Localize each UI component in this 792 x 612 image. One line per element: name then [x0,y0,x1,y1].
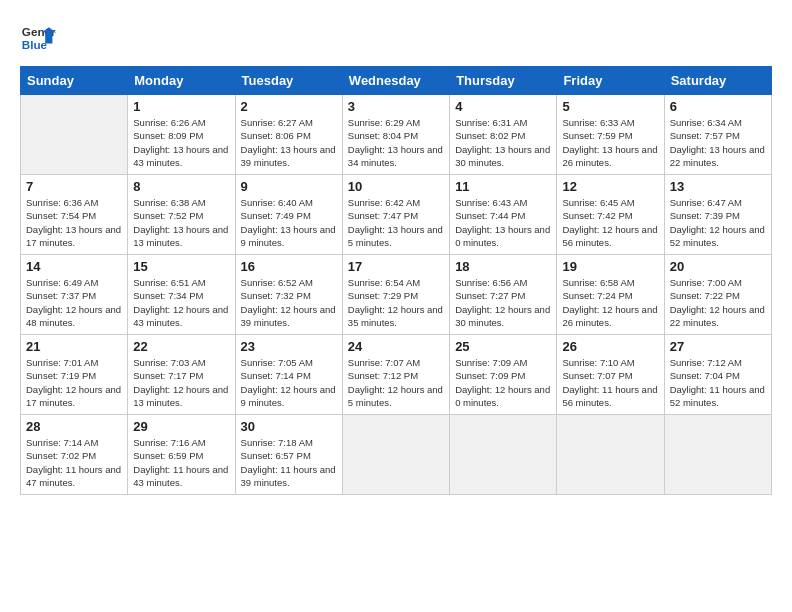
calendar-day: 2Sunrise: 6:27 AMSunset: 8:06 PMDaylight… [235,95,342,175]
day-number: 2 [241,99,337,114]
day-info: Sunrise: 7:05 AMSunset: 7:14 PMDaylight:… [241,356,337,409]
calendar-day: 4Sunrise: 6:31 AMSunset: 8:02 PMDaylight… [450,95,557,175]
day-info: Sunrise: 7:03 AMSunset: 7:17 PMDaylight:… [133,356,229,409]
calendar-day: 16Sunrise: 6:52 AMSunset: 7:32 PMDayligh… [235,255,342,335]
day-number: 1 [133,99,229,114]
day-info: Sunrise: 6:29 AMSunset: 8:04 PMDaylight:… [348,116,444,169]
day-number: 14 [26,259,122,274]
logo-icon: General Blue [20,20,56,56]
day-info: Sunrise: 6:56 AMSunset: 7:27 PMDaylight:… [455,276,551,329]
calendar-day: 15Sunrise: 6:51 AMSunset: 7:34 PMDayligh… [128,255,235,335]
calendar-day [557,415,664,495]
day-number: 7 [26,179,122,194]
day-number: 17 [348,259,444,274]
day-number: 21 [26,339,122,354]
calendar-day: 1Sunrise: 6:26 AMSunset: 8:09 PMDaylight… [128,95,235,175]
day-info: Sunrise: 6:52 AMSunset: 7:32 PMDaylight:… [241,276,337,329]
day-number: 27 [670,339,766,354]
day-info: Sunrise: 6:33 AMSunset: 7:59 PMDaylight:… [562,116,658,169]
weekday-header-thursday: Thursday [450,67,557,95]
day-number: 5 [562,99,658,114]
day-info: Sunrise: 6:58 AMSunset: 7:24 PMDaylight:… [562,276,658,329]
day-number: 20 [670,259,766,274]
day-number: 8 [133,179,229,194]
calendar-day: 25Sunrise: 7:09 AMSunset: 7:09 PMDayligh… [450,335,557,415]
day-number: 4 [455,99,551,114]
calendar-day [450,415,557,495]
weekday-header-sunday: Sunday [21,67,128,95]
calendar-day: 10Sunrise: 6:42 AMSunset: 7:47 PMDayligh… [342,175,449,255]
day-number: 6 [670,99,766,114]
day-number: 9 [241,179,337,194]
weekday-header-monday: Monday [128,67,235,95]
day-number: 24 [348,339,444,354]
calendar-day: 7Sunrise: 6:36 AMSunset: 7:54 PMDaylight… [21,175,128,255]
weekday-header-friday: Friday [557,67,664,95]
day-number: 19 [562,259,658,274]
day-number: 22 [133,339,229,354]
calendar-day: 24Sunrise: 7:07 AMSunset: 7:12 PMDayligh… [342,335,449,415]
weekday-header-wednesday: Wednesday [342,67,449,95]
calendar-day: 12Sunrise: 6:45 AMSunset: 7:42 PMDayligh… [557,175,664,255]
day-info: Sunrise: 7:14 AMSunset: 7:02 PMDaylight:… [26,436,122,489]
calendar-table: SundayMondayTuesdayWednesdayThursdayFrid… [20,66,772,495]
day-info: Sunrise: 6:43 AMSunset: 7:44 PMDaylight:… [455,196,551,249]
day-number: 29 [133,419,229,434]
calendar-day: 27Sunrise: 7:12 AMSunset: 7:04 PMDayligh… [664,335,771,415]
day-info: Sunrise: 6:49 AMSunset: 7:37 PMDaylight:… [26,276,122,329]
calendar-day: 6Sunrise: 6:34 AMSunset: 7:57 PMDaylight… [664,95,771,175]
day-number: 13 [670,179,766,194]
calendar-day: 8Sunrise: 6:38 AMSunset: 7:52 PMDaylight… [128,175,235,255]
calendar-day: 17Sunrise: 6:54 AMSunset: 7:29 PMDayligh… [342,255,449,335]
day-info: Sunrise: 6:54 AMSunset: 7:29 PMDaylight:… [348,276,444,329]
day-number: 25 [455,339,551,354]
calendar-day: 3Sunrise: 6:29 AMSunset: 8:04 PMDaylight… [342,95,449,175]
day-info: Sunrise: 7:01 AMSunset: 7:19 PMDaylight:… [26,356,122,409]
calendar-day: 28Sunrise: 7:14 AMSunset: 7:02 PMDayligh… [21,415,128,495]
day-number: 11 [455,179,551,194]
day-number: 15 [133,259,229,274]
day-number: 10 [348,179,444,194]
day-number: 30 [241,419,337,434]
day-info: Sunrise: 7:00 AMSunset: 7:22 PMDaylight:… [670,276,766,329]
calendar-day: 5Sunrise: 6:33 AMSunset: 7:59 PMDaylight… [557,95,664,175]
day-info: Sunrise: 7:16 AMSunset: 6:59 PMDaylight:… [133,436,229,489]
calendar-day [342,415,449,495]
calendar-day: 9Sunrise: 6:40 AMSunset: 7:49 PMDaylight… [235,175,342,255]
day-info: Sunrise: 6:47 AMSunset: 7:39 PMDaylight:… [670,196,766,249]
calendar-day: 29Sunrise: 7:16 AMSunset: 6:59 PMDayligh… [128,415,235,495]
weekday-header-saturday: Saturday [664,67,771,95]
logo: General Blue [20,20,56,56]
weekday-header-tuesday: Tuesday [235,67,342,95]
calendar-day: 14Sunrise: 6:49 AMSunset: 7:37 PMDayligh… [21,255,128,335]
page-header: General Blue [20,20,772,56]
calendar-day: 23Sunrise: 7:05 AMSunset: 7:14 PMDayligh… [235,335,342,415]
calendar-day: 18Sunrise: 6:56 AMSunset: 7:27 PMDayligh… [450,255,557,335]
calendar-day [21,95,128,175]
day-info: Sunrise: 7:12 AMSunset: 7:04 PMDaylight:… [670,356,766,409]
day-info: Sunrise: 6:26 AMSunset: 8:09 PMDaylight:… [133,116,229,169]
day-number: 23 [241,339,337,354]
day-info: Sunrise: 6:40 AMSunset: 7:49 PMDaylight:… [241,196,337,249]
day-number: 28 [26,419,122,434]
day-info: Sunrise: 6:34 AMSunset: 7:57 PMDaylight:… [670,116,766,169]
day-info: Sunrise: 6:38 AMSunset: 7:52 PMDaylight:… [133,196,229,249]
calendar-day: 22Sunrise: 7:03 AMSunset: 7:17 PMDayligh… [128,335,235,415]
day-number: 18 [455,259,551,274]
calendar-day: 20Sunrise: 7:00 AMSunset: 7:22 PMDayligh… [664,255,771,335]
day-number: 16 [241,259,337,274]
day-info: Sunrise: 7:18 AMSunset: 6:57 PMDaylight:… [241,436,337,489]
calendar-day [664,415,771,495]
day-number: 3 [348,99,444,114]
calendar-day: 19Sunrise: 6:58 AMSunset: 7:24 PMDayligh… [557,255,664,335]
day-info: Sunrise: 7:09 AMSunset: 7:09 PMDaylight:… [455,356,551,409]
day-info: Sunrise: 6:42 AMSunset: 7:47 PMDaylight:… [348,196,444,249]
day-number: 12 [562,179,658,194]
day-info: Sunrise: 6:27 AMSunset: 8:06 PMDaylight:… [241,116,337,169]
day-info: Sunrise: 6:51 AMSunset: 7:34 PMDaylight:… [133,276,229,329]
calendar-day: 13Sunrise: 6:47 AMSunset: 7:39 PMDayligh… [664,175,771,255]
calendar-day: 26Sunrise: 7:10 AMSunset: 7:07 PMDayligh… [557,335,664,415]
day-info: Sunrise: 6:31 AMSunset: 8:02 PMDaylight:… [455,116,551,169]
day-info: Sunrise: 6:36 AMSunset: 7:54 PMDaylight:… [26,196,122,249]
svg-text:Blue: Blue [22,38,48,51]
